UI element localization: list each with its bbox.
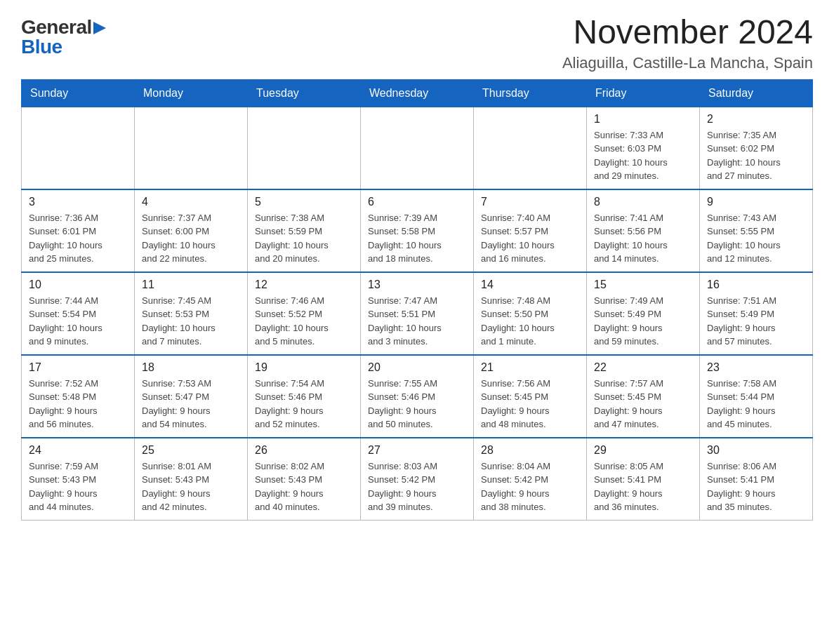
logo-triangle-icon bbox=[93, 22, 106, 34]
day-info: Sunrise: 7:57 AMSunset: 5:45 PMDaylight:… bbox=[594, 377, 692, 431]
day-info: Sunrise: 7:48 AMSunset: 5:50 PMDaylight:… bbox=[481, 294, 579, 349]
header-monday: Monday bbox=[135, 79, 248, 107]
day-info: Sunrise: 7:41 AMSunset: 5:56 PMDaylight:… bbox=[594, 211, 692, 266]
day-info: Sunrise: 7:33 AMSunset: 6:03 PMDaylight:… bbox=[594, 128, 692, 183]
calendar-subtitle: Aliaguilla, Castille-La Mancha, Spain bbox=[562, 54, 813, 72]
day-number: 2 bbox=[707, 113, 805, 126]
logo-general-text: General bbox=[21, 18, 92, 37]
calendar-cell-w1-d4 bbox=[361, 107, 474, 189]
calendar-cell-w3-d4: 13Sunrise: 7:47 AMSunset: 5:51 PMDayligh… bbox=[361, 272, 474, 355]
day-info: Sunrise: 7:39 AMSunset: 5:58 PMDaylight:… bbox=[368, 211, 466, 266]
header-tuesday: Tuesday bbox=[248, 79, 361, 107]
day-number: 8 bbox=[594, 196, 692, 208]
day-number: 1 bbox=[594, 113, 692, 126]
day-info: Sunrise: 7:40 AMSunset: 5:57 PMDaylight:… bbox=[481, 211, 579, 266]
day-number: 20 bbox=[368, 361, 466, 374]
day-info: Sunrise: 8:05 AMSunset: 5:41 PMDaylight:… bbox=[594, 459, 692, 514]
day-info: Sunrise: 7:44 AMSunset: 5:54 PMDaylight:… bbox=[29, 294, 127, 349]
calendar-table: Sunday Monday Tuesday Wednesday Thursday… bbox=[21, 79, 813, 521]
calendar-cell-w5-d1: 24Sunrise: 7:59 AMSunset: 5:43 PMDayligh… bbox=[22, 438, 135, 521]
calendar-cell-w4-d3: 19Sunrise: 7:54 AMSunset: 5:46 PMDayligh… bbox=[248, 355, 361, 438]
day-info: Sunrise: 7:55 AMSunset: 5:46 PMDaylight:… bbox=[368, 377, 466, 431]
day-number: 14 bbox=[481, 279, 579, 291]
logo: General Blue bbox=[21, 14, 106, 57]
calendar-cell-w4-d2: 18Sunrise: 7:53 AMSunset: 5:47 PMDayligh… bbox=[135, 355, 248, 438]
day-info: Sunrise: 8:02 AMSunset: 5:43 PMDaylight:… bbox=[255, 459, 353, 514]
day-info: Sunrise: 7:45 AMSunset: 5:53 PMDaylight:… bbox=[142, 294, 240, 349]
day-number: 11 bbox=[142, 279, 240, 291]
day-number: 26 bbox=[255, 444, 353, 457]
calendar-week-3: 10Sunrise: 7:44 AMSunset: 5:54 PMDayligh… bbox=[22, 272, 813, 355]
header-wednesday: Wednesday bbox=[361, 79, 474, 107]
calendar-cell-w1-d2 bbox=[135, 107, 248, 189]
day-number: 7 bbox=[481, 196, 579, 208]
day-info: Sunrise: 8:03 AMSunset: 5:42 PMDaylight:… bbox=[368, 459, 466, 514]
day-info: Sunrise: 7:35 AMSunset: 6:02 PMDaylight:… bbox=[707, 128, 805, 183]
calendar-week-4: 17Sunrise: 7:52 AMSunset: 5:48 PMDayligh… bbox=[22, 355, 813, 438]
calendar-cell-w2-d4: 6Sunrise: 7:39 AMSunset: 5:58 PMDaylight… bbox=[361, 189, 474, 272]
calendar-cell-w2-d1: 3Sunrise: 7:36 AMSunset: 6:01 PMDaylight… bbox=[22, 189, 135, 272]
header-saturday: Saturday bbox=[700, 79, 813, 107]
calendar-cell-w1-d6: 1Sunrise: 7:33 AMSunset: 6:03 PMDaylight… bbox=[587, 107, 700, 189]
day-number: 21 bbox=[481, 361, 579, 374]
day-info: Sunrise: 7:38 AMSunset: 5:59 PMDaylight:… bbox=[255, 211, 353, 266]
calendar-cell-w4-d6: 22Sunrise: 7:57 AMSunset: 5:45 PMDayligh… bbox=[587, 355, 700, 438]
calendar-cell-w2-d7: 9Sunrise: 7:43 AMSunset: 5:55 PMDaylight… bbox=[700, 189, 813, 272]
calendar-week-1: 1Sunrise: 7:33 AMSunset: 6:03 PMDaylight… bbox=[22, 107, 813, 189]
day-info: Sunrise: 7:37 AMSunset: 6:00 PMDaylight:… bbox=[142, 211, 240, 266]
day-number: 5 bbox=[255, 196, 353, 208]
day-info: Sunrise: 8:01 AMSunset: 5:43 PMDaylight:… bbox=[142, 459, 240, 514]
calendar-cell-w5-d2: 25Sunrise: 8:01 AMSunset: 5:43 PMDayligh… bbox=[135, 438, 248, 521]
day-number: 10 bbox=[29, 279, 127, 291]
calendar-cell-w5-d3: 26Sunrise: 8:02 AMSunset: 5:43 PMDayligh… bbox=[248, 438, 361, 521]
calendar-cell-w5-d6: 29Sunrise: 8:05 AMSunset: 5:41 PMDayligh… bbox=[587, 438, 700, 521]
header-friday: Friday bbox=[587, 79, 700, 107]
day-number: 6 bbox=[368, 196, 466, 208]
svg-marker-0 bbox=[93, 22, 106, 34]
day-info: Sunrise: 7:52 AMSunset: 5:48 PMDaylight:… bbox=[29, 377, 127, 431]
day-number: 25 bbox=[142, 444, 240, 457]
day-number: 16 bbox=[707, 279, 805, 291]
calendar-title: November 2024 bbox=[562, 14, 813, 51]
day-number: 3 bbox=[29, 196, 127, 208]
calendar-cell-w4-d7: 23Sunrise: 7:58 AMSunset: 5:44 PMDayligh… bbox=[700, 355, 813, 438]
calendar-week-2: 3Sunrise: 7:36 AMSunset: 6:01 PMDaylight… bbox=[22, 189, 813, 272]
day-info: Sunrise: 7:51 AMSunset: 5:49 PMDaylight:… bbox=[707, 294, 805, 349]
calendar-cell-w4-d5: 21Sunrise: 7:56 AMSunset: 5:45 PMDayligh… bbox=[474, 355, 587, 438]
day-info: Sunrise: 7:59 AMSunset: 5:43 PMDaylight:… bbox=[29, 459, 127, 514]
calendar-cell-w4-d4: 20Sunrise: 7:55 AMSunset: 5:46 PMDayligh… bbox=[361, 355, 474, 438]
day-number: 29 bbox=[594, 444, 692, 457]
day-info: Sunrise: 7:36 AMSunset: 6:01 PMDaylight:… bbox=[29, 211, 127, 266]
day-info: Sunrise: 7:56 AMSunset: 5:45 PMDaylight:… bbox=[481, 377, 579, 431]
day-info: Sunrise: 7:54 AMSunset: 5:46 PMDaylight:… bbox=[255, 377, 353, 431]
day-number: 18 bbox=[142, 361, 240, 374]
calendar-cell-w3-d6: 15Sunrise: 7:49 AMSunset: 5:49 PMDayligh… bbox=[587, 272, 700, 355]
day-info: Sunrise: 7:46 AMSunset: 5:52 PMDaylight:… bbox=[255, 294, 353, 349]
header-thursday: Thursday bbox=[474, 79, 587, 107]
calendar-cell-w5-d4: 27Sunrise: 8:03 AMSunset: 5:42 PMDayligh… bbox=[361, 438, 474, 521]
day-number: 27 bbox=[368, 444, 466, 457]
calendar-cell-w2-d3: 5Sunrise: 7:38 AMSunset: 5:59 PMDaylight… bbox=[248, 189, 361, 272]
day-info: Sunrise: 7:43 AMSunset: 5:55 PMDaylight:… bbox=[707, 211, 805, 266]
calendar-cell-w3-d2: 11Sunrise: 7:45 AMSunset: 5:53 PMDayligh… bbox=[135, 272, 248, 355]
header-sunday: Sunday bbox=[22, 79, 135, 107]
calendar-cell-w5-d5: 28Sunrise: 8:04 AMSunset: 5:42 PMDayligh… bbox=[474, 438, 587, 521]
calendar-cell-w2-d2: 4Sunrise: 7:37 AMSunset: 6:00 PMDaylight… bbox=[135, 189, 248, 272]
day-number: 9 bbox=[707, 196, 805, 208]
calendar-cell-w3-d1: 10Sunrise: 7:44 AMSunset: 5:54 PMDayligh… bbox=[22, 272, 135, 355]
day-number: 30 bbox=[707, 444, 805, 457]
day-info: Sunrise: 7:53 AMSunset: 5:47 PMDaylight:… bbox=[142, 377, 240, 431]
day-number: 22 bbox=[594, 361, 692, 374]
calendar-header-row: Sunday Monday Tuesday Wednesday Thursday… bbox=[22, 79, 813, 107]
day-info: Sunrise: 7:58 AMSunset: 5:44 PMDaylight:… bbox=[707, 377, 805, 431]
calendar-cell-w4-d1: 17Sunrise: 7:52 AMSunset: 5:48 PMDayligh… bbox=[22, 355, 135, 438]
calendar-cell-w5-d7: 30Sunrise: 8:06 AMSunset: 5:41 PMDayligh… bbox=[700, 438, 813, 521]
day-number: 4 bbox=[142, 196, 240, 208]
calendar-week-5: 24Sunrise: 7:59 AMSunset: 5:43 PMDayligh… bbox=[22, 438, 813, 521]
day-number: 23 bbox=[707, 361, 805, 374]
title-section: November 2024 Aliaguilla, Castille-La Ma… bbox=[562, 14, 813, 72]
page-header: General Blue November 2024 Aliaguilla, C… bbox=[21, 14, 813, 72]
day-info: Sunrise: 8:04 AMSunset: 5:42 PMDaylight:… bbox=[481, 459, 579, 514]
calendar-cell-w1-d5 bbox=[474, 107, 587, 189]
calendar-cell-w1-d3 bbox=[248, 107, 361, 189]
